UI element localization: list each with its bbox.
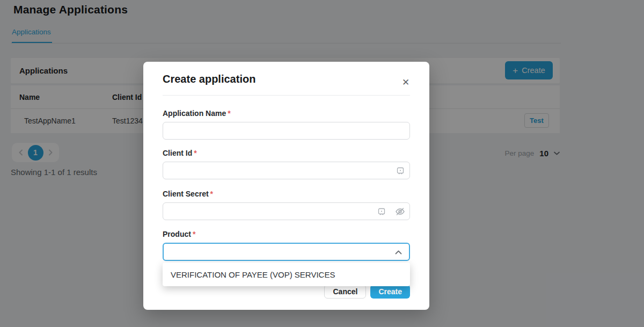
- application-name-label: Application Name*: [163, 109, 410, 118]
- client-id-label: Client Id*: [163, 149, 410, 157]
- product-label-text: Product: [163, 230, 191, 238]
- product-label: Product*: [163, 230, 410, 238]
- client-id-input-wrap: [163, 162, 410, 179]
- client-secret-input[interactable]: [163, 202, 410, 220]
- create-application-modal: Create application ✕ Application Name* C…: [143, 62, 429, 310]
- modal-header: Create application ✕: [163, 62, 410, 96]
- chevron-up-icon: [395, 250, 402, 255]
- required-asterisk: *: [193, 230, 195, 238]
- client-secret-label: Client Secret*: [163, 190, 410, 198]
- generate-secret-icon[interactable]: [378, 208, 385, 215]
- generate-value-icon[interactable]: [397, 167, 404, 175]
- eye-off-icon[interactable]: [395, 207, 405, 216]
- application-name-label-text: Application Name: [163, 109, 226, 118]
- modal-body: Application Name* Client Id* Client Secr…: [163, 109, 410, 261]
- required-asterisk: *: [194, 149, 196, 157]
- modal-title: Create application: [163, 73, 255, 85]
- required-asterisk: *: [228, 109, 230, 118]
- required-asterisk: *: [210, 190, 213, 198]
- application-name-input[interactable]: [163, 122, 410, 140]
- product-dropdown: VERIFICATION OF PAYEE (VOP) SERVICES: [163, 263, 410, 286]
- client-id-label-text: Client Id: [163, 149, 192, 157]
- close-icon: ✕: [402, 77, 409, 88]
- dropdown-option-vop[interactable]: VERIFICATION OF PAYEE (VOP) SERVICES: [163, 263, 410, 286]
- client-secret-input-wrap: [163, 202, 410, 220]
- modal-footer: Cancel Create: [324, 285, 410, 299]
- close-button[interactable]: ✕: [399, 76, 412, 89]
- client-secret-label-text: Client Secret: [163, 190, 209, 198]
- application-name-input-wrap: [163, 122, 410, 140]
- client-id-input[interactable]: [163, 162, 410, 179]
- create-submit-button[interactable]: Create: [370, 285, 410, 299]
- product-select[interactable]: [163, 243, 410, 261]
- cancel-button[interactable]: Cancel: [324, 285, 366, 299]
